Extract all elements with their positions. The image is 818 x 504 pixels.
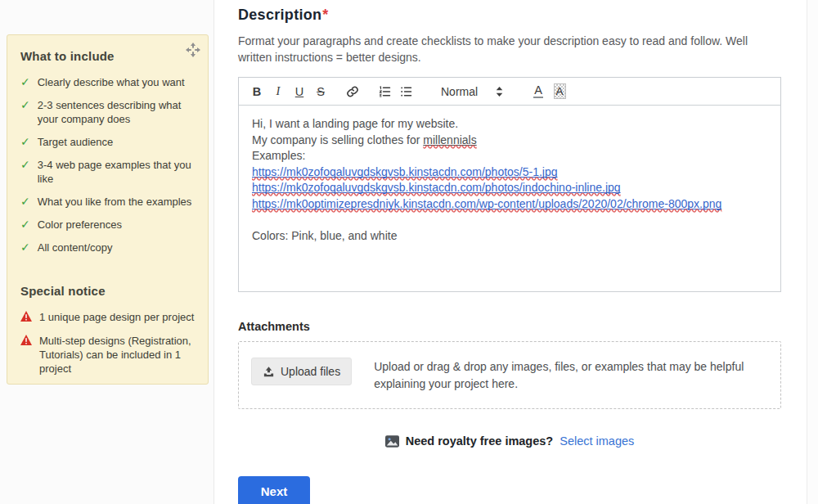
check-icon: ✓ (20, 158, 30, 171)
check-icon: ✓ (20, 241, 30, 254)
editor-link-line: https://mk0zofoqaluvgdskgvsb.kinstacdn.c… (252, 164, 767, 181)
editor-line: My company is selling clothes for millen… (252, 133, 767, 149)
text-color-icon[interactable]: A (528, 81, 549, 102)
tip-text: Color preferences (38, 218, 122, 232)
example-link[interactable]: https://mk0zofoqaluvgdskgvsb.kinstacdn.c… (252, 181, 621, 194)
tip-text: All content/copy (38, 241, 113, 254)
tips-panel: What to include ✓Clearly describe what y… (7, 34, 209, 385)
tip-text: 3-4 web page examples that you like (38, 158, 196, 186)
list-item: ✓Clearly describe what you want (20, 75, 196, 89)
royalty-question-text: Need royalty free images? (406, 434, 554, 448)
left-sidebar-region: What to include ✓Clearly describe what y… (0, 0, 214, 504)
notice-text: Multi-step designs (Registration, Tutori… (39, 334, 196, 376)
format-selected-value: Normal (441, 85, 478, 98)
required-asterisk: * (322, 7, 328, 23)
upload-icon (263, 366, 275, 378)
strikethrough-button[interactable]: S (310, 81, 331, 102)
link-icon[interactable] (342, 81, 363, 102)
attachments-hint-text: Upload or drag & drop any images, files,… (374, 358, 768, 393)
description-label: Description* (238, 7, 781, 24)
tip-text: What you like from the examples (38, 195, 192, 209)
ordered-list-icon[interactable] (374, 81, 395, 102)
check-icon: ✓ (20, 195, 30, 208)
royalty-images-row: Need royalty free images? Select images (238, 434, 781, 448)
bold-button[interactable]: B (246, 81, 267, 102)
underline-button[interactable]: U (289, 81, 310, 102)
main-form-column: Description* Format your paragraphs and … (238, 0, 781, 504)
editor-link-line: https://mk0zofoqaluvgdskgvsb.kinstacdn.c… (252, 180, 767, 196)
list-item: ✓Color preferences (20, 218, 196, 232)
list-item: ✓What you like from the examples (20, 195, 196, 209)
editor-line: Colors: Pink, blue, and white (252, 228, 767, 245)
what-to-include-list: ✓Clearly describe what you want ✓2-3 sen… (20, 75, 196, 254)
tip-text: Target audience (38, 135, 114, 149)
updown-arrows-icon (496, 87, 503, 97)
editor-line: Examples: (252, 148, 767, 164)
list-item: ✓Target audience (20, 135, 196, 149)
editor-toolbar: B I U S Normal (238, 77, 781, 106)
notice-text: 1 unique page design per project (39, 310, 194, 324)
list-item: ✓3-4 web page examples that you like (20, 158, 196, 186)
list-item: ✓All content/copy (20, 241, 196, 254)
attachments-label: Attachments (238, 320, 781, 333)
check-icon: ✓ (20, 75, 30, 88)
special-notice-title: Special notice (20, 284, 196, 298)
list-item: 1 unique page design per project (20, 310, 196, 324)
editor-link-line: https://mk0optimizepresdniyk.kinstacdn.c… (252, 196, 767, 213)
highlight-color-icon[interactable]: A (549, 81, 570, 102)
tip-text: Clearly describe what you want (38, 75, 185, 89)
check-icon: ✓ (20, 98, 30, 111)
image-icon (385, 435, 399, 448)
select-images-link[interactable]: Select images (560, 434, 634, 448)
list-item: Multi-step designs (Registration, Tutori… (20, 334, 196, 376)
next-button[interactable]: Next (238, 476, 310, 504)
vertical-scrollbar[interactable] (807, 0, 818, 504)
move-drag-icon[interactable] (186, 43, 200, 57)
paragraph-format-dropdown[interactable]: Normal (438, 85, 506, 98)
attachments-dropzone[interactable]: Upload files Upload or drag & drop any i… (238, 341, 781, 409)
example-link[interactable]: https://mk0optimizepresdniyk.kinstacdn.c… (252, 197, 721, 210)
tip-text: 2-3 sentences describing what your compa… (38, 98, 196, 126)
italic-button[interactable]: I (267, 81, 289, 102)
upload-files-button[interactable]: Upload files (251, 358, 352, 385)
description-editor[interactable]: Hi, I want a landing page for my website… (238, 105, 781, 292)
what-to-include-title: What to include (20, 49, 196, 63)
editor-blank-line (252, 212, 767, 228)
description-helper-text: Format your paragraphs and create checkl… (238, 34, 781, 65)
bullet-list-icon[interactable] (395, 81, 416, 102)
editor-line: Hi, I want a landing page for my website… (252, 116, 767, 133)
example-link[interactable]: https://mk0zofoqaluvgdskgvsb.kinstacdn.c… (252, 165, 558, 178)
check-icon: ✓ (20, 218, 30, 231)
check-icon: ✓ (20, 135, 30, 148)
list-item: ✓2-3 sentences describing what your comp… (20, 98, 196, 126)
underlined-word: millennials (423, 133, 476, 146)
warning-icon (20, 311, 32, 322)
warning-icon (20, 335, 32, 345)
